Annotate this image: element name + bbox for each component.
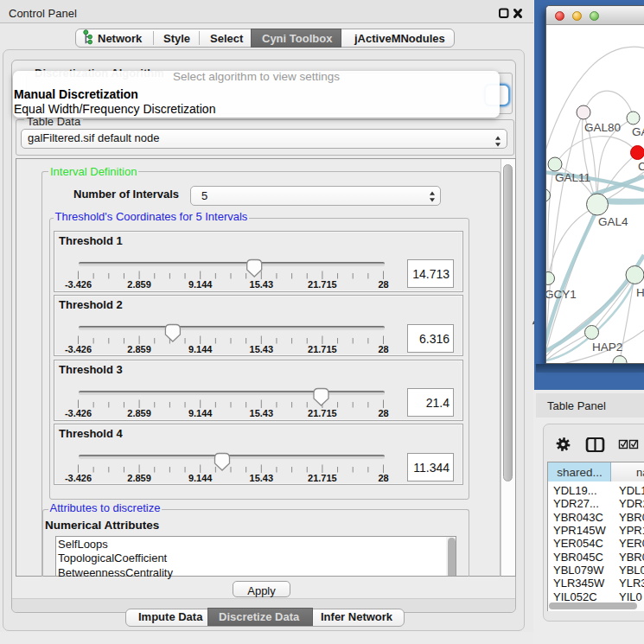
svg-text:GAL4: GAL4 — [598, 215, 628, 228]
svg-text:HAP2: HAP2 — [592, 341, 622, 354]
svg-text:GA: GA — [632, 125, 644, 138]
svg-text:GAL80: GAL80 — [584, 121, 621, 134]
svg-text:GCY1: GCY1 — [546, 288, 577, 301]
svg-text:H: H — [636, 286, 644, 299]
svg-text:GAL11: GAL11 — [555, 171, 590, 184]
svg-text:C: C — [638, 160, 644, 173]
